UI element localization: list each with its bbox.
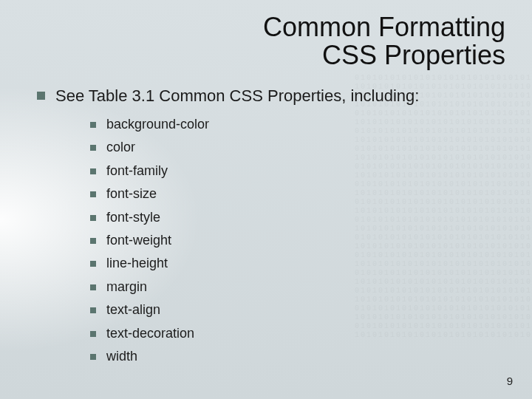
bullet-level-2: margin [90,279,514,296]
slide-title: Common Formatting CSS Properties [37,13,514,69]
bullet-level-2-text: font-size [106,185,157,202]
square-bullet-icon [90,145,96,151]
bullet-level-2: font-family [90,163,514,180]
bullet-level-1-text: See Table 3.1 Common CSS Properties, inc… [55,86,419,106]
bullet-level-2-text: margin [106,279,147,296]
square-bullet-icon [90,215,96,221]
square-bullet-icon [90,261,96,267]
square-bullet-icon [90,122,96,128]
bullet-level-2-text: width [106,348,137,365]
square-bullet-icon [37,92,45,100]
bullet-level-2: width [90,348,514,365]
square-bullet-icon [90,168,96,174]
square-bullet-icon [90,238,96,244]
bullet-level-2-text: background-color [106,116,209,133]
bullet-level-2-text: line-height [106,255,168,272]
bullet-level-2-text: font-style [106,209,160,226]
bullet-level-2: font-size [90,185,514,202]
bullet-level-1: See Table 3.1 Common CSS Properties, inc… [37,86,514,106]
square-bullet-icon [90,331,96,337]
title-line-2: CSS Properties [322,40,505,70]
page-number: 9 [507,375,513,387]
bullet-level-2: text-decoration [90,325,514,342]
square-bullet-icon [90,284,96,290]
bullet-level-2-text: font-family [106,163,168,180]
sub-bullet-list: background-colorcolorfont-familyfont-siz… [90,116,514,365]
square-bullet-icon [90,307,96,313]
bullet-level-2: text-align [90,301,514,318]
bullet-level-2-text: font-weight [106,232,171,249]
slide: Common Formatting CSS Properties See Tab… [0,0,532,399]
square-bullet-icon [90,354,96,360]
bullet-level-2: line-height [90,255,514,272]
title-line-1: Common Formatting [263,12,505,42]
bullet-level-2: color [90,139,514,156]
bullet-level-2: background-color [90,116,514,133]
bullet-level-2-text: text-align [106,301,160,318]
bullet-level-2: font-style [90,209,514,226]
bullet-level-2-text: text-decoration [106,325,194,342]
bullet-level-2-text: color [106,139,135,156]
square-bullet-icon [90,191,96,197]
bullet-level-2: font-weight [90,232,514,249]
